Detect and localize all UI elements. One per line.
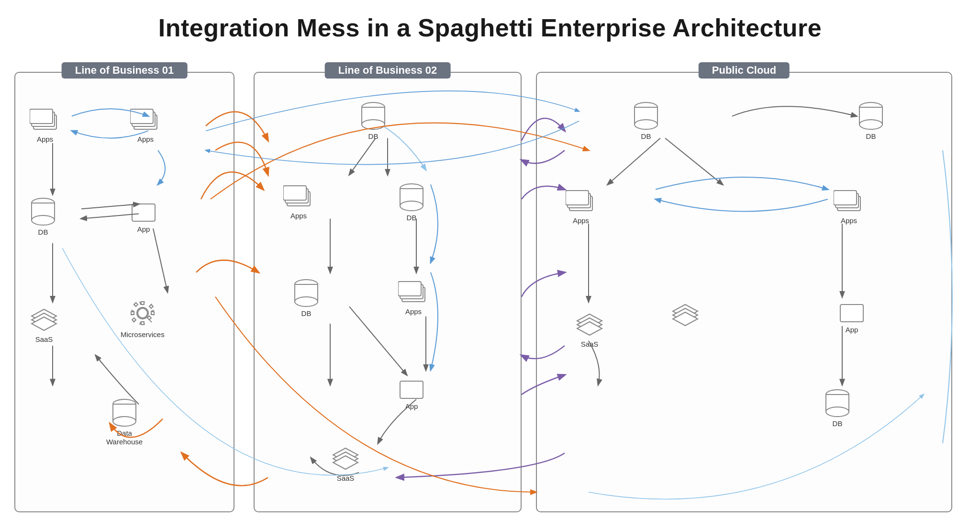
diagram-area: Line of Business 01 Apps — [14, 53, 966, 521]
lob2-apps-label: Apps — [290, 212, 307, 220]
svg-point-38 — [635, 120, 657, 129]
cloud-db1: DB — [633, 102, 659, 141]
lob1-micro-icon — [127, 298, 158, 328]
svg-point-19 — [362, 120, 385, 129]
svg-point-16 — [113, 417, 136, 426]
group-cloud: Public Cloud DB — [536, 72, 952, 512]
lob1-apps2: Apps — [130, 106, 161, 144]
lob2-db1-icon — [360, 102, 387, 130]
lob1-saas-label: SaaS — [35, 335, 53, 344]
group-cloud-header: Public Cloud — [699, 62, 790, 79]
cloud-db2: DB — [824, 389, 851, 428]
cloud-db-tr: DB — [858, 102, 884, 141]
cloud-saas-icon — [575, 312, 604, 338]
lob2-apps2-label: Apps — [405, 307, 422, 316]
cloud-apps1: Apps — [566, 188, 596, 225]
lob1-app-label: App — [137, 225, 150, 234]
lob2-apps-icon — [283, 183, 314, 210]
lob2-db2: DB — [398, 183, 425, 222]
cloud-db1-icon — [633, 102, 659, 130]
lob2-apps2: Apps — [398, 279, 429, 316]
lob2-db3-label: DB — [301, 309, 312, 318]
group-lob2: Line of Business 02 DB — [254, 72, 522, 512]
cloud-saas: SaaS — [575, 312, 604, 349]
cloud-app-icon — [838, 303, 865, 324]
svg-rect-51 — [840, 305, 863, 322]
lob1-micro-label: Microservices — [121, 330, 165, 339]
svg-rect-31 — [398, 282, 421, 296]
cloud-apps2-label: Apps — [841, 216, 857, 225]
cloud-db1-label: DB — [641, 132, 651, 141]
lob1-saas: SaaS — [30, 307, 58, 344]
lob1-apps1-icon — [30, 106, 60, 133]
svg-rect-5 — [130, 109, 153, 124]
lob2-app-label: App — [405, 402, 418, 411]
lob2-saas-label: SaaS — [337, 474, 355, 483]
lob1-apps1: Apps — [30, 106, 60, 144]
lob1-dw-icon — [111, 398, 138, 427]
main-container: Integration Mess in a Spaghetti Enterpri… — [0, 0, 980, 531]
lob2-db3: DB — [293, 279, 320, 318]
svg-rect-2 — [30, 109, 53, 124]
lob2-db3-icon — [293, 279, 320, 307]
svg-point-13 — [138, 308, 147, 318]
svg-point-41 — [859, 120, 882, 129]
cloud-apps2-icon — [834, 188, 864, 215]
cloud-saas-label: SaaS — [581, 340, 599, 349]
svg-point-54 — [826, 407, 849, 417]
lob2-db2-label: DB — [407, 214, 417, 222]
group-lob1: Line of Business 01 Apps — [14, 72, 234, 512]
svg-rect-22 — [283, 186, 306, 200]
cloud-app: App — [838, 303, 865, 334]
svg-rect-47 — [834, 191, 857, 205]
lob1-db: DB — [30, 197, 56, 237]
lob1-micro: Microservices — [121, 298, 165, 339]
lob2-db1-label: DB — [368, 132, 379, 141]
group-lob1-header: Line of Business 01 — [62, 62, 188, 79]
group-lob2-header: Line of Business 02 — [325, 62, 451, 79]
lob1-app-icon — [130, 202, 157, 223]
lob1-db-icon — [30, 197, 56, 226]
lob1-db-label: DB — [38, 228, 48, 237]
cloud-saas-mid — [671, 303, 700, 328]
cloud-apps2: Apps — [834, 188, 864, 225]
lob2-saas: SaaS — [331, 446, 360, 483]
svg-point-8 — [32, 215, 55, 225]
lob1-apps2-label: Apps — [137, 135, 154, 144]
cloud-apps1-icon — [566, 188, 596, 215]
lob2-app-icon — [398, 379, 425, 400]
svg-rect-44 — [566, 191, 589, 205]
lob2-db1: DB — [360, 102, 387, 141]
lob1-dw: DataWarehouse — [106, 398, 143, 446]
cloud-db2-label: DB — [833, 419, 843, 428]
lob1-apps1-label: Apps — [37, 135, 53, 144]
cloud-saas-mid-icon — [671, 303, 700, 328]
lob2-saas-icon — [331, 446, 360, 472]
lob2-apps: Apps — [283, 183, 314, 220]
svg-rect-9 — [132, 204, 155, 221]
lob2-app: App — [398, 379, 425, 411]
cloud-apps1-label: Apps — [573, 216, 589, 225]
cloud-app-label: App — [846, 326, 858, 334]
cloud-db-tr-label: DB — [866, 132, 876, 141]
cloud-db2-icon — [824, 389, 851, 418]
page-title: Integration Mess in a Spaghetti Enterpri… — [0, 0, 980, 51]
lob1-dw-label: DataWarehouse — [106, 429, 143, 446]
lob2-apps2-icon — [398, 279, 429, 305]
svg-point-25 — [400, 201, 423, 211]
lob1-apps2-icon — [130, 106, 161, 133]
lob2-db2-icon — [398, 183, 425, 212]
cloud-db-tr-icon — [858, 102, 884, 130]
svg-rect-32 — [400, 381, 423, 398]
lob1-saas-icon — [30, 307, 58, 333]
svg-point-28 — [295, 297, 318, 306]
lob1-app: App — [130, 202, 157, 234]
